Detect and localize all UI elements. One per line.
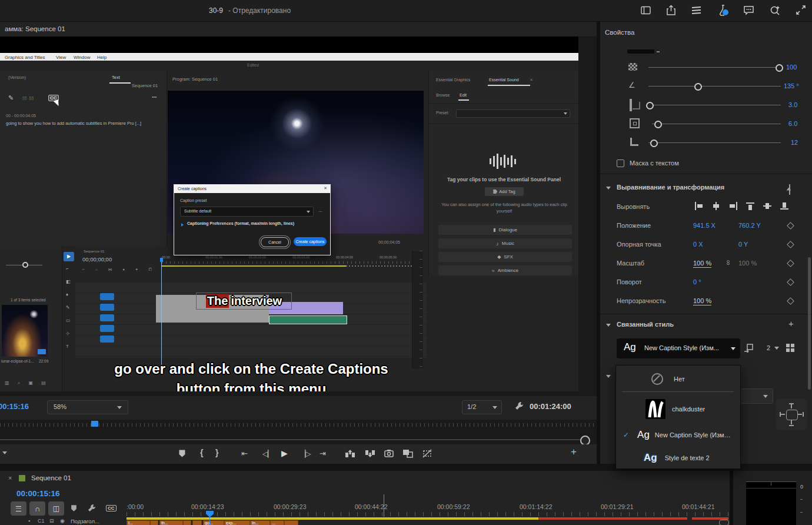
dialog-prefs-link[interactable]: Captioning Preferences (format, max/min …	[187, 221, 294, 225]
lift-icon[interactable]	[345, 449, 355, 458]
timeline-tab-label[interactable]: Sequence 01	[31, 474, 71, 481]
rotation-value[interactable]: 0 °	[693, 278, 701, 285]
dialog-preset-select[interactable]: Subtitle default	[180, 207, 314, 217]
caption-clip[interactable]	[284, 520, 298, 525]
workspace-panel-icon[interactable]	[641, 6, 651, 15]
safe-margins-button[interactable]	[776, 398, 807, 430]
mask-checkbox[interactable]	[617, 160, 624, 167]
timeline-ruler[interactable]: :00:00 00:00:14:23 00:00:29:23 00:00:44:…	[0, 501, 730, 518]
step-back-icon[interactable]: ◁▏	[262, 450, 273, 458]
hidden-select[interactable]	[740, 388, 773, 404]
style-menu-item-new-caption-style[interactable]: ✓ Ag New Caption Style (Изме...	[616, 424, 740, 446]
slider-handle[interactable]	[694, 83, 702, 91]
slider-track[interactable]	[652, 124, 781, 124]
add-button-icon[interactable]: +	[571, 446, 577, 458]
panel-collapse-icon[interactable]	[2, 451, 7, 454]
caption-clip[interactable]	[150, 520, 158, 525]
align-bottom-icon[interactable]	[780, 202, 789, 210]
dialog-close-icon[interactable]: ✕	[324, 186, 327, 191]
slider-value[interactable]: 100	[786, 64, 797, 71]
section-chevron-icon[interactable]	[606, 375, 611, 378]
caption-clip[interactable]: ...	[270, 520, 284, 525]
play-icon[interactable]: ▶	[281, 448, 288, 458]
go-to-out-icon[interactable]: ⇥	[320, 449, 326, 458]
playback-resolution-select[interactable]: 1/2	[462, 400, 502, 414]
timeline-scrollbar-knob[interactable]	[719, 520, 729, 525]
keyframe-diamond-icon[interactable]	[787, 260, 794, 267]
position-y-value[interactable]: 760.2 Y	[738, 222, 761, 229]
slider-track[interactable]	[648, 142, 781, 143]
transform-section-title[interactable]: Выравнивание и трансформация	[617, 184, 724, 191]
align-center-v-icon[interactable]	[763, 202, 772, 210]
workspaces-icon[interactable]	[691, 6, 702, 15]
track-visibility-icon[interactable]: ◉	[60, 518, 65, 524]
discover-zoom-icon[interactable]	[770, 5, 781, 16]
scale-link-icon[interactable]: ∞	[724, 260, 733, 265]
slider-value[interactable]: 3.0	[788, 101, 797, 108]
slider-value[interactable]: 6.0	[788, 120, 797, 127]
settings-wrench-icon[interactable]	[514, 401, 524, 411]
step-forward-icon[interactable]: ▕▷	[300, 450, 311, 458]
quick-export-icon[interactable]	[666, 5, 676, 15]
timeline-timecode[interactable]: 00:00:15:16	[16, 489, 60, 498]
style-menu-item-chalkduster[interactable]: chalkduster	[616, 396, 740, 422]
keyframe-diamond-icon[interactable]	[787, 278, 794, 286]
tab-close-icon[interactable]: ×	[8, 474, 12, 481]
keyframe-diamond-icon[interactable]	[787, 241, 794, 248]
reset-icon[interactable]	[789, 184, 790, 195]
slider-handle[interactable]	[650, 139, 658, 147]
mark-in-icon[interactable]: {	[200, 448, 203, 457]
style-select-button[interactable]: Ag New Caption Style (Изм...	[617, 338, 740, 358]
caption-clip[interactable]: I...	[127, 520, 150, 525]
slider-track[interactable]	[648, 86, 781, 87]
style-menu-item-none[interactable]: Нет	[616, 370, 740, 388]
slider-handle[interactable]	[776, 64, 783, 72]
apply-count-value[interactable]: 2	[767, 344, 770, 351]
push-style-icon[interactable]	[743, 343, 754, 353]
caption-clip[interactable]: exp...	[224, 520, 250, 525]
slider-value[interactable]: 12	[791, 139, 798, 146]
comparison-view-icon[interactable]	[402, 449, 413, 458]
stroke-color-swatch[interactable]	[627, 49, 654, 54]
track-lock-icon[interactable]: ▪	[28, 518, 30, 524]
anchor-y-value[interactable]: 0 Y	[738, 241, 748, 248]
align-center-h-icon[interactable]	[711, 202, 721, 210]
align-right-icon[interactable]	[728, 202, 738, 210]
slider-track[interactable]	[648, 105, 781, 105]
style-section-title[interactable]: Связанный стиль	[617, 321, 674, 328]
section-chevron-icon[interactable]	[606, 324, 611, 327]
track-c1-icon[interactable]: C1	[38, 518, 45, 524]
extract-icon[interactable]	[365, 449, 375, 458]
align-top-icon[interactable]	[746, 202, 755, 210]
slider-handle[interactable]	[654, 121, 662, 128]
position-x-value[interactable]: 941.5 X	[693, 222, 716, 229]
caption-clip[interactable]	[192, 520, 202, 525]
chevron-down-icon[interactable]	[774, 347, 779, 350]
export-frame-icon[interactable]	[384, 449, 394, 457]
zoom-level-select[interactable]: 58%	[47, 400, 128, 414]
style-grid-icon[interactable]	[786, 344, 790, 347]
dialog-more-button[interactable]: ...	[318, 208, 322, 213]
track-name[interactable]: Подзагол...	[71, 518, 99, 524]
keyframe-diamond-icon[interactable]	[787, 222, 794, 230]
dialog-cancel-button[interactable]: Cancel	[261, 237, 289, 247]
caption-clip[interactable]: go...	[203, 520, 224, 525]
mark-out-icon[interactable]: }	[215, 448, 218, 457]
panel-scrollbar[interactable]	[808, 257, 811, 390]
keyframe-diamond-icon[interactable]	[787, 297, 794, 305]
beta-features-icon[interactable]	[717, 4, 730, 16]
opacity-value[interactable]: 100 %	[693, 297, 711, 305]
add-marker-icon[interactable]	[178, 449, 187, 458]
dialog-confirm-button[interactable]: Create captions	[294, 237, 327, 246]
monitor-current-time[interactable]: 00:15:16	[0, 402, 29, 411]
track-sync-icon[interactable]: ⊟	[49, 518, 54, 524]
caption-clip[interactable]: th...	[159, 520, 183, 525]
caption-overlay[interactable]: The interview	[196, 293, 292, 310]
caption-clip[interactable]: In...	[250, 520, 270, 525]
align-left-icon[interactable]	[694, 202, 704, 210]
feedback-icon[interactable]	[743, 5, 754, 15]
scrubber-playhead[interactable]	[91, 421, 98, 427]
style-menu-item-style-de-texte-2[interactable]: Ag Style de texte 2	[616, 448, 740, 468]
go-to-in-icon[interactable]: ⇤	[241, 449, 248, 458]
anchor-x-value[interactable]: 0 X	[693, 241, 703, 248]
